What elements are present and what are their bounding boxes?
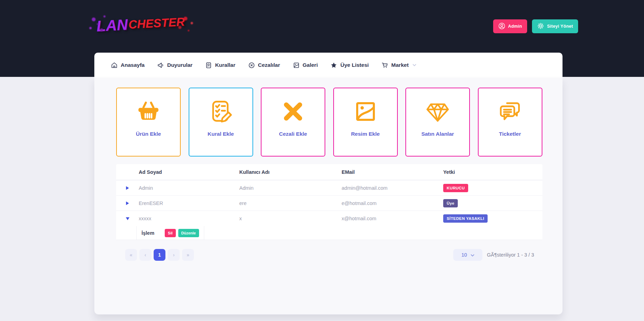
table-row-expanded[interactable]: xxxxx x x@hotmail.com SİTEDEN YASAKLI <box>116 211 542 226</box>
nav-item-anasayfa[interactable]: Anasayfa <box>111 62 145 69</box>
page-1-button[interactable]: 1 <box>154 249 165 261</box>
cart-icon <box>381 62 388 69</box>
admin-button-label: Admin <box>508 24 522 29</box>
table-row[interactable]: ErenESER ere e@hotmail.com Üye <box>116 196 542 211</box>
table-header-row: Ad Soyad Kullanıcı Adı EMail Yetki <box>116 164 542 180</box>
page-size-value: 10 <box>462 252 467 258</box>
nav-item-kurallar[interactable]: Kurallar <box>205 62 235 69</box>
card-urun-ekle[interactable]: Ürün Ekle <box>116 88 181 157</box>
site-logo[interactable]: LAN CHESTER <box>96 9 185 38</box>
cell-email: x@hotmail.com <box>342 216 443 221</box>
delete-button[interactable]: Sil <box>165 229 175 237</box>
admin-profile-button[interactable]: Admin <box>493 19 527 33</box>
next-page-button[interactable]: › <box>168 249 180 261</box>
home-icon <box>111 62 118 69</box>
last-page-button[interactable]: » <box>182 249 194 261</box>
chevron-down-icon <box>412 64 417 66</box>
card-label: Satın Alanlar <box>421 131 454 137</box>
page-buttons: « ‹ 1 › » <box>125 249 194 261</box>
expand-row-icon[interactable] <box>126 186 129 190</box>
nav-label: Üye Listesi <box>340 62 369 68</box>
x-icon <box>281 98 306 124</box>
main-navbar: Anasayfa Duyurular Kurallar Cezalılar <box>94 53 563 78</box>
card-satin-alanlar[interactable]: Satın Alanlar <box>405 88 470 157</box>
action-box: İşlem Sil Düzenle <box>136 226 204 240</box>
card-label: Ticketler <box>499 131 521 137</box>
expand-row-icon[interactable] <box>126 201 129 205</box>
nav-label: Cezalılar <box>258 62 280 68</box>
user-circle-icon <box>498 23 505 30</box>
cell-email: e@hotmail.com <box>342 200 443 206</box>
header-actions: Admin Siteyi Yönet <box>493 19 578 33</box>
pagination-info: GÃ¶steriliyor 1 - 3 / 3 <box>487 252 534 258</box>
nav-label: Galeri <box>303 62 318 68</box>
nav-item-galeri[interactable]: Galeri <box>293 62 318 69</box>
role-badge: KURUCU <box>443 184 468 192</box>
cell-username: ere <box>239 200 342 206</box>
nav-item-cezalilar[interactable]: Cezalılar <box>248 62 280 69</box>
cell-email: admin@hotmail.com <box>342 185 443 191</box>
pagination-right: 10 GÃ¶steriliyor 1 - 3 / 3 <box>453 249 542 261</box>
row-action-panel: İşlem Sil Düzenle <box>116 226 542 240</box>
chat-icon <box>498 98 523 124</box>
card-resim-ekle[interactable]: Resim Ekle <box>333 88 398 157</box>
nav-item-uye-listesi[interactable]: Üye Listesi <box>330 62 369 69</box>
col-header-username: Kullanıcı Adı <box>239 169 342 175</box>
megaphone-icon <box>157 62 164 69</box>
nav-label: Anasayfa <box>121 62 145 68</box>
gear-icon <box>537 23 544 30</box>
collapse-row-icon[interactable] <box>126 217 130 221</box>
cell-name: xxxxx <box>139 216 239 221</box>
cell-name: Admin <box>139 185 239 191</box>
nav-item-duyurular[interactable]: Duyurular <box>157 62 192 69</box>
edit-button[interactable]: Düzenle <box>178 229 199 237</box>
first-page-button[interactable]: « <box>125 249 137 261</box>
card-ticketler[interactable]: Ticketler <box>478 88 542 157</box>
members-table: Ad Soyad Kullanıcı Adı EMail Yetki Admin… <box>116 164 542 240</box>
cell-username: x <box>239 216 342 221</box>
col-header-email: EMail <box>342 169 443 175</box>
star-icon <box>330 62 337 69</box>
logo-text-secondary: CHESTER <box>128 15 185 31</box>
table-row[interactable]: Admin Admin admin@hotmail.com KURUCU <box>116 180 542 196</box>
role-badge: Üye <box>443 199 458 207</box>
checklist-icon <box>208 98 233 124</box>
manage-button-label: Siteyi Yönet <box>547 24 573 29</box>
col-header-name: Ad Soyad <box>139 169 239 175</box>
card-cezali-ekle[interactable]: Cezali Ekle <box>261 88 325 157</box>
card-label: Resim Ekle <box>351 131 380 137</box>
pagination-bar: « ‹ 1 › » 10 GÃ¶steriliyor 1 - 3 / 3 <box>116 249 542 261</box>
nav-item-market[interactable]: Market <box>381 62 417 69</box>
nav-label: Kurallar <box>215 62 235 68</box>
nav-label: Market <box>391 62 409 68</box>
content-panel: Ürün Ekle Kural Ekle Cezali Ekle <box>94 78 563 314</box>
rules-icon <box>205 62 212 69</box>
cell-username: Admin <box>239 185 342 191</box>
card-kural-ekle[interactable]: Kural Ekle <box>189 88 253 157</box>
gallery-icon <box>293 62 300 69</box>
cell-name: ErenESER <box>139 200 239 206</box>
card-label: Cezali Ekle <box>279 131 307 137</box>
col-header-role: Yetki <box>443 169 542 175</box>
chevron-down-icon <box>471 252 474 258</box>
image-icon <box>353 98 378 124</box>
diamond-icon <box>425 98 450 124</box>
card-label: Ürün Ekle <box>136 131 161 137</box>
nav-label: Duyurular <box>167 62 192 68</box>
page-size-select[interactable]: 10 <box>453 249 482 261</box>
banned-circle-icon <box>248 62 255 69</box>
card-label: Kural Ekle <box>208 131 234 137</box>
logo-text-primary: LAN <box>96 16 128 35</box>
action-label: İşlem <box>141 230 154 236</box>
role-badge: SİTEDEN YASAKLI <box>443 214 488 223</box>
quick-action-cards: Ürün Ekle Kural Ekle Cezali Ekle <box>116 88 542 157</box>
prev-page-button[interactable]: ‹ <box>139 249 151 261</box>
basket-icon <box>136 98 161 124</box>
manage-site-button[interactable]: Siteyi Yönet <box>532 19 578 33</box>
